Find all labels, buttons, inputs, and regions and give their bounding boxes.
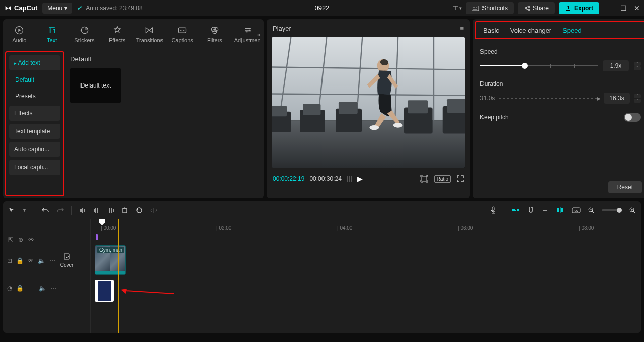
svg-rect-32	[303, 104, 320, 115]
undo-button[interactable]	[41, 207, 49, 214]
duration-value[interactable]: 16.3s	[604, 93, 630, 104]
audio-icon	[14, 25, 24, 35]
collapse-icon[interactable]: «	[257, 30, 261, 38]
inspector-tabs: Basic Voice changer Speed	[475, 21, 644, 39]
tab-speed[interactable]: Speed	[562, 27, 582, 34]
tab-stickers[interactable]: Stickers	[68, 19, 101, 49]
tab-text[interactable]: Text	[36, 19, 68, 49]
sidebar-item-add-text[interactable]: ▸ Add text	[9, 55, 60, 70]
tab-captions[interactable]: Captions	[166, 19, 199, 49]
magnet-icon[interactable]	[527, 207, 534, 214]
speed-slider[interactable]	[480, 65, 598, 66]
tab-voice-changer[interactable]: Voice changer	[510, 27, 551, 34]
visibility-all-icon[interactable]: 👁	[28, 236, 34, 243]
marker-line[interactable]	[118, 219, 119, 333]
svg-rect-31	[272, 106, 287, 116]
audio-more-icon[interactable]: ⋯	[50, 285, 56, 292]
tab-effects[interactable]: Effects	[101, 19, 133, 49]
svg-marker-58	[121, 289, 127, 294]
shortcuts-button[interactable]: Shortcuts	[466, 2, 514, 14]
svg-rect-6	[473, 9, 477, 10]
minimize-button[interactable]: —	[606, 4, 613, 12]
speed-stepper[interactable]: ˄˅	[634, 62, 641, 70]
track-settings-icon[interactable]: ⊡	[7, 257, 12, 264]
timeline-tracks[interactable]: | 00:00 | 02:00 | 04:00 | 06:00 | 08:00 …	[91, 219, 641, 333]
zoom-in-icon[interactable]	[629, 207, 636, 214]
play-button[interactable]: ▶	[357, 175, 363, 183]
timeline-ruler[interactable]: | 00:00 | 02:00 | 04:00 | 06:00 | 08:00	[91, 219, 641, 234]
speed-value[interactable]: 1.9x	[603, 60, 629, 71]
player-viewport[interactable]	[272, 37, 465, 168]
svg-line-56	[633, 211, 635, 213]
marker-purple[interactable]	[96, 234, 98, 240]
sidebar-item-effects[interactable]: Effects	[9, 106, 60, 121]
expand-tracks-icon[interactable]: ⊕	[18, 236, 23, 243]
svg-rect-42	[512, 209, 515, 211]
export-button[interactable]: Export	[559, 2, 599, 14]
ratio-button[interactable]: Ratio	[434, 175, 451, 183]
mirror-tool[interactable]	[150, 207, 157, 214]
cover-button[interactable]: Cover	[59, 253, 74, 268]
default-text-preset[interactable]: Default text	[70, 68, 121, 103]
tab-basic[interactable]: Basic	[483, 27, 499, 34]
scale-icon[interactable]	[420, 175, 428, 183]
preview-axis-icon[interactable]	[556, 207, 565, 214]
reverse-tool[interactable]	[135, 207, 143, 214]
visibility-icon[interactable]: 👁	[28, 257, 34, 264]
link-icon[interactable]	[541, 208, 549, 213]
compare-icon[interactable]	[347, 176, 352, 182]
sidebar-item-presets[interactable]: Presets	[9, 90, 60, 103]
svg-rect-44	[515, 210, 516, 211]
duration-timecode: 00:00:30:24	[309, 175, 341, 182]
app-name: CapCut	[14, 4, 37, 12]
text-sidebar: ▸ Add text Default Presets Effects Text …	[5, 51, 64, 196]
layout-icon[interactable]: ▾	[453, 5, 462, 12]
video-clip[interactable]: Gym, man	[95, 245, 126, 275]
audio-track-icon[interactable]: ◔	[7, 285, 12, 292]
fullscreen-icon[interactable]	[457, 175, 464, 182]
reset-button[interactable]: Reset	[608, 181, 642, 193]
inspector-panel: Basic Voice changer Speed Speed 1.9x ˄˅ …	[473, 19, 644, 198]
duration-stepper[interactable]: ˄˅	[634, 94, 641, 103]
player-menu-icon[interactable]: ≡	[460, 25, 464, 32]
svg-line-57	[125, 291, 174, 294]
menu-button[interactable]: Menu ▾	[42, 3, 72, 14]
collapse-tracks-icon[interactable]: ⇱	[8, 236, 13, 243]
share-button[interactable]: Share	[518, 2, 555, 14]
sidebar-item-text-template[interactable]: Text template	[9, 124, 60, 139]
split-left-tool[interactable]	[93, 207, 100, 214]
tab-filters[interactable]: Filters	[199, 19, 231, 49]
mute-icon[interactable]: 🔈	[38, 257, 45, 264]
redo-button[interactable]	[56, 207, 64, 214]
audio-mute-icon[interactable]: 🔈	[39, 285, 46, 292]
current-timecode: 00:00:22:19	[273, 175, 304, 182]
zoom-slider[interactable]	[602, 209, 622, 211]
playhead[interactable]	[102, 219, 102, 333]
cc-icon[interactable]: cc	[572, 207, 581, 213]
audio-clip[interactable]	[95, 280, 114, 302]
track-more-icon[interactable]: ⋯	[49, 257, 55, 264]
lock-icon[interactable]: 🔒	[16, 257, 24, 264]
magnet-main-icon[interactable]	[511, 207, 520, 213]
maximize-button[interactable]: ☐	[620, 4, 627, 12]
split-tool[interactable]	[79, 207, 86, 214]
player-title: Player	[273, 25, 291, 32]
record-audio-icon[interactable]	[490, 206, 497, 214]
sidebar-item-auto-captions[interactable]: Auto captio...	[9, 142, 60, 157]
split-right-tool[interactable]	[107, 207, 114, 214]
svg-text:cc: cc	[575, 209, 579, 212]
sidebar-item-default[interactable]: Default	[9, 73, 60, 87]
delete-tool[interactable]	[121, 207, 128, 214]
sidebar-item-local-captions[interactable]: Local capti...	[9, 160, 60, 175]
tab-audio[interactable]: Audio	[3, 19, 36, 49]
close-button[interactable]: ✕	[634, 4, 640, 12]
tab-transitions[interactable]: Transitions	[133, 19, 166, 49]
svg-rect-43	[517, 209, 519, 211]
selection-tool[interactable]	[8, 207, 15, 214]
selection-dropdown[interactable]: ▼	[22, 208, 27, 213]
svg-rect-2	[472, 6, 479, 11]
zoom-out-icon[interactable]	[588, 207, 595, 214]
keep-pitch-toggle[interactable]	[624, 113, 641, 122]
audio-lock-icon[interactable]: 🔒	[16, 285, 24, 292]
speed-label: Speed	[480, 48, 641, 55]
